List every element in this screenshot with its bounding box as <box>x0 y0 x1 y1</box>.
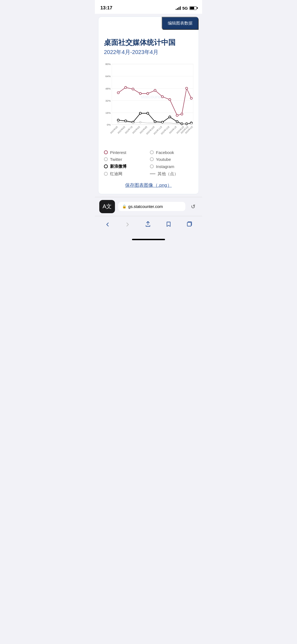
status-time: 13:17 <box>100 5 112 11</box>
url-text: gs.statcounter.com <box>128 204 163 209</box>
edit-chart-button[interactable]: 编辑图表数据 <box>162 17 199 30</box>
svg-text:48%: 48% <box>105 87 111 90</box>
svg-text:80%: 80% <box>105 63 111 66</box>
chart-area: 80% 64% 48% 32% 16% 0% statcounter 2022年… <box>98 59 199 146</box>
legend-item-facebook: Facebook <box>150 150 193 155</box>
pinterest-dot <box>161 96 164 98</box>
back-button[interactable] <box>101 219 114 231</box>
twitter-dot <box>117 121 119 123</box>
pinterest-dot <box>139 93 142 95</box>
forward-button[interactable] <box>122 219 134 231</box>
status-bar: 13:17 5G <box>95 0 202 14</box>
legend-item-youtube: Youtube <box>150 157 193 162</box>
other-legend-line <box>150 174 155 174</box>
svg-text:32%: 32% <box>105 99 111 102</box>
pinterest-dot <box>125 86 127 89</box>
weibo-label: 新浪微博 <box>110 164 127 169</box>
pinterest-dot <box>117 92 119 94</box>
pinterest-legend-dot <box>104 150 108 154</box>
chart-subtitle: 2022年4月-2023年4月 <box>104 48 193 56</box>
twitter-dot <box>140 121 141 123</box>
pinterest-dot <box>132 88 134 90</box>
pinterest-dot <box>169 99 171 101</box>
twitter-legend-dot <box>104 157 108 161</box>
weibo-dot <box>139 112 142 114</box>
legend-item-other: 其他（点） <box>150 171 193 177</box>
translate-button[interactable]: A文 <box>99 200 115 213</box>
bookmarks-button[interactable] <box>162 219 175 231</box>
network-label: 5G <box>182 6 188 10</box>
weibo-dot <box>176 121 178 123</box>
save-image-link[interactable]: 保存图表图像（.png） <box>98 182 199 188</box>
svg-text:0%: 0% <box>107 123 111 126</box>
reload-button[interactable]: ↺ <box>189 201 198 212</box>
home-indicator <box>95 237 202 243</box>
chart-title: 桌面社交媒体统计中国 <box>104 38 193 47</box>
weibo-dot <box>169 116 171 118</box>
weibo-dot <box>154 121 156 123</box>
pinterest-dot <box>190 97 193 99</box>
hongdi-legend-dot <box>104 172 108 176</box>
hongdi-label: 红迪网 <box>110 171 122 177</box>
weibo-dot <box>117 119 119 121</box>
share-button[interactable] <box>142 219 154 231</box>
battery-icon <box>189 6 197 10</box>
legend-item-weibo: 新浪微博 <box>104 164 147 169</box>
instagram-label: Instagram <box>156 164 174 169</box>
youtube-label: Youtube <box>156 157 171 162</box>
chart-legend: Pinterest Facebook Twitter Youtube 新浪微博 … <box>98 146 199 177</box>
svg-text:statcounter: statcounter <box>141 94 164 99</box>
line-chart: 80% 64% 48% 32% 16% 0% statcounter 2022年… <box>101 61 196 146</box>
instagram-legend-dot <box>150 164 154 168</box>
twitter-dot <box>132 122 134 124</box>
weibo-dot <box>147 112 149 114</box>
other-label: 其他（点） <box>158 171 178 177</box>
status-icons: 5G <box>176 6 197 10</box>
facebook-label: Facebook <box>156 150 174 155</box>
pinterest-dot <box>176 114 178 117</box>
svg-rect-26 <box>187 222 191 226</box>
legend-item-instagram: Instagram <box>150 164 193 169</box>
pinterest-dot <box>147 93 149 95</box>
facebook-legend-dot <box>150 150 154 154</box>
pinterest-dot <box>186 87 188 89</box>
svg-text:64%: 64% <box>105 75 111 78</box>
pinterest-dot <box>181 113 183 115</box>
legend-item-pinterest: Pinterest <box>104 150 147 155</box>
signal-icon <box>176 6 181 10</box>
twitter-dot <box>191 123 192 125</box>
nav-bar <box>95 216 202 237</box>
legend-item-twitter: Twitter <box>104 157 147 162</box>
home-bar <box>132 239 165 240</box>
main-card: 编辑图表数据 桌面社交媒体统计中国 2022年4月-2023年4月 80% 64… <box>98 17 199 194</box>
legend-item-hongdi: 红迪网 <box>104 171 147 177</box>
twitter-label: Twitter <box>110 157 122 162</box>
title-section: 桌面社交媒体统计中国 2022年4月-2023年4月 <box>98 33 199 59</box>
tabs-button[interactable] <box>183 219 196 231</box>
weibo-legend-dot <box>104 164 108 168</box>
pinterest-dot <box>154 89 156 91</box>
url-bar[interactable]: 🔒 gs.statcounter.com <box>118 202 185 211</box>
weibo-dot <box>125 120 127 122</box>
svg-text:16%: 16% <box>105 111 111 114</box>
pinterest-label: Pinterest <box>110 150 126 155</box>
youtube-legend-dot <box>150 157 154 161</box>
browser-bar: A文 🔒 gs.statcounter.com ↺ <box>95 197 202 216</box>
lock-icon: 🔒 <box>122 204 127 209</box>
